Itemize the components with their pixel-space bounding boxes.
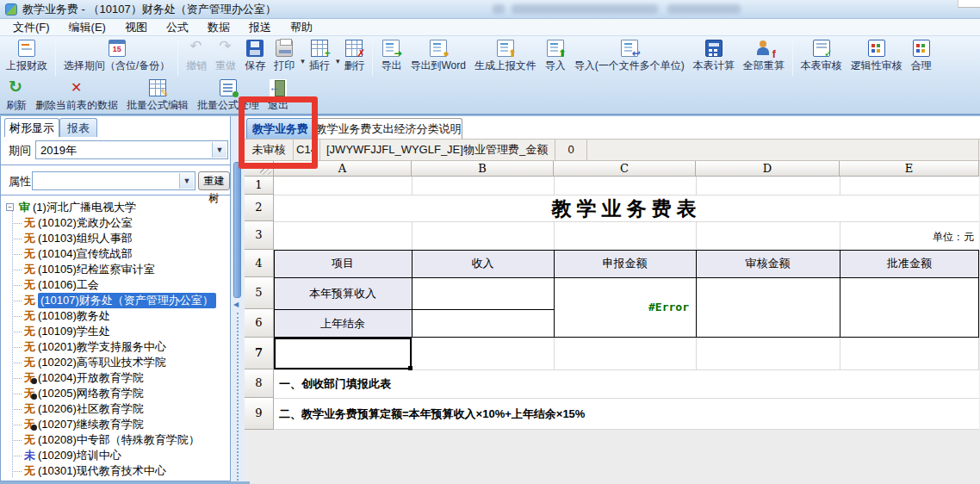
chevron-down-icon[interactable]: ▼ — [179, 173, 194, 189]
header-cell-0[interactable]: 项目 — [274, 250, 412, 277]
tree-item-label[interactable]: (10201)教学支持服务中心 — [38, 339, 166, 355]
menu-item-0[interactable]: 文件(F) — [3, 18, 59, 37]
toolbar-button-本表计算[interactable]: 本表计算 — [689, 39, 739, 74]
tree-item[interactable]: 无(10208)中专部（特殊教育学院） — [2, 432, 229, 448]
tree-item[interactable]: 无(10201)教学支持服务中心 — [2, 339, 229, 355]
toolbar-button-本表审核[interactable]: ✓本表审核 — [797, 39, 847, 74]
row-header-4[interactable]: 4 — [245, 250, 274, 277]
tree-item-label[interactable]: (10208)中专部（特殊教育学院） — [38, 432, 200, 448]
toolbar-button-逻辑性审核[interactable]: 逻辑性审核 — [847, 39, 907, 74]
tree-item-label[interactable]: (10103)组织人事部 — [38, 231, 133, 246]
toolbar-button-选择期间（含位/备份）[interactable]: 选择期间（含位/备份） — [59, 39, 174, 74]
toolbar-button-上报财政[interactable]: 上报财政 — [2, 39, 52, 74]
tree-item[interactable]: 无(10109)学生处 — [2, 324, 229, 339]
collapse-arrow-icon[interactable]: ◀ — [233, 301, 239, 308]
row-header-7[interactable]: 7 — [245, 338, 274, 369]
toolbar-button-删行[interactable]: ✗删行 — [339, 39, 369, 74]
tree-item[interactable]: 未(10209)培训中心 — [2, 448, 229, 463]
sidebar-tab-0[interactable]: 树形显示 — [4, 118, 59, 137]
tree-item-label[interactable]: (10209)培训中心 — [38, 448, 121, 463]
tree-item[interactable]: 无(10202)高等职业技术学院 — [2, 355, 229, 370]
column-header-D[interactable]: D — [696, 161, 840, 177]
tree-item-label[interactable]: (10108)教务处 — [38, 308, 110, 324]
toolbar-button-插行[interactable]: +插行 — [305, 39, 334, 74]
attribute-dropdown[interactable]: ▼ — [32, 171, 195, 190]
row-header-5[interactable]: 5 — [245, 277, 274, 309]
tree-item-label[interactable]: (10105)纪检监察审计室 — [38, 262, 155, 277]
toolbar-button-刷新[interactable]: 刷新 — [2, 78, 31, 112]
menu-item-3[interactable]: 公式 — [157, 18, 198, 37]
row-header-1[interactable]: 1 — [245, 177, 274, 195]
selected-cell[interactable] — [274, 338, 412, 369]
toolbar-button-导入[interactable]: ⬆导入 — [541, 39, 570, 74]
tree-item[interactable]: 无(10206)社区教育学院 — [2, 401, 229, 417]
tree-item[interactable]: 无(10104)宣传统战部 — [2, 246, 229, 262]
toolbar-button-打印[interactable]: 打印 — [270, 39, 299, 74]
tree-item-label[interactable]: (10102)党政办公室 — [38, 215, 133, 231]
tree-item[interactable]: 无(10302)数字化学习资源中心 — [2, 479, 229, 480]
tree-item-label[interactable]: (10107)财务处（资产管理办公室） — [38, 293, 216, 308]
toolbar-button-批量公式编辑[interactable]: ✎批量公式编辑 — [122, 78, 193, 112]
toolbar-button-全部重算[interactable]: f全部重算 — [739, 39, 789, 74]
tree-item[interactable]: −审(1)河北广播电视大学 — [2, 200, 229, 215]
rebuild-tree-button[interactable]: 重建树 — [198, 171, 230, 190]
tree-item-label[interactable]: (10205)网络教育学院 — [38, 386, 144, 401]
tree-item[interactable]: 无(10301)现代教育技术中心 — [2, 463, 229, 479]
tree-item-label[interactable]: (10204)开放教育学院 — [38, 370, 144, 386]
sheet-tab-1[interactable]: 教学业务费支出经济分类说明表 — [314, 118, 462, 139]
row-header-2[interactable]: 2 — [245, 195, 274, 221]
menu-item-4[interactable]: 数据 — [198, 18, 239, 37]
row-header-6[interactable]: 6 — [245, 309, 274, 338]
tree-item[interactable]: 无(10105)纪检监察审计室 — [2, 262, 229, 277]
tree-item-label[interactable]: (10207)继续教育学院 — [38, 417, 144, 432]
cell-a6[interactable]: 上年结余 — [274, 309, 412, 338]
header-cell-2[interactable]: 申报金额 — [554, 250, 696, 277]
tree-item[interactable]: 无(10103)组织人事部 — [2, 231, 229, 246]
tree-expander-icon[interactable]: − — [6, 203, 14, 211]
tree-item-label[interactable]: (10206)社区教育学院 — [38, 401, 144, 417]
menu-item-6[interactable]: 帮助 — [281, 18, 322, 37]
column-header-C[interactable]: C — [554, 161, 696, 177]
toolbar-button-生成上报文件[interactable]: ⬆生成上报文件 — [470, 39, 541, 74]
tree-item[interactable]: 无(10107)财务处（资产管理办公室） — [2, 293, 229, 308]
tree-item[interactable]: 无(10204)开放教育学院 — [2, 370, 229, 386]
tree-item[interactable]: 无(10102)党政办公室 — [2, 215, 229, 231]
toolbar-button-导入(一个文件多个单位)[interactable]: ↩导入(一个文件多个单位) — [570, 39, 689, 74]
toolbar-button-导出[interactable]: ➜导出 — [376, 39, 406, 74]
tree-item-label[interactable]: (10301)现代教育技术中心 — [38, 463, 166, 479]
cell-a5[interactable]: 本年预算收入 — [274, 277, 412, 309]
tree-item[interactable]: 无(10106)工会 — [2, 277, 229, 293]
tree-status-flag: 审 — [19, 200, 30, 215]
row-header-3[interactable]: 3 — [245, 221, 274, 250]
toolbar-button-合理[interactable]: 合理 — [907, 39, 936, 74]
tree-item-label[interactable]: (10106)工会 — [38, 277, 99, 293]
column-header-E[interactable]: E — [840, 161, 979, 177]
menu-item-1[interactable]: 编辑(E) — [59, 18, 115, 37]
tree-item[interactable]: 无(10108)教务处 — [2, 308, 229, 324]
tree-connector — [12, 223, 22, 224]
menu-item-5[interactable]: 报送 — [239, 18, 281, 37]
toolbar-button-保存[interactable]: 保存 — [240, 39, 270, 74]
tree-item-label[interactable]: (10202)高等职业技术学院 — [38, 355, 166, 370]
tree-item-label[interactable]: (10109)学生处 — [38, 324, 110, 339]
header-cell-4[interactable]: 批准金额 — [840, 250, 979, 277]
tree-item-label[interactable]: (1)河北广播电视大学 — [33, 200, 136, 215]
tree-item-label[interactable]: (10302)数字化学习资源中心 — [38, 479, 177, 480]
toolbar-button-删除当前表的数据[interactable]: 删除当前表的数据 — [31, 78, 122, 112]
tree-item[interactable]: 无(10207)继续教育学院 — [2, 417, 229, 432]
chevron-down-icon[interactable]: ▼ — [212, 142, 226, 158]
row-header-8[interactable]: 8 — [245, 369, 274, 398]
row-header-9[interactable]: 9 — [245, 398, 274, 430]
header-cell-1[interactable]: 收入 — [412, 250, 554, 277]
period-dropdown[interactable]: 2019年 ▼ — [35, 140, 228, 159]
menu-item-2[interactable]: 视图 — [115, 18, 157, 37]
tree-item-label[interactable]: (10104)宣传统战部 — [38, 246, 133, 262]
tree-scrollbar-thumb[interactable] — [233, 162, 241, 298]
sidebar-tab-1[interactable]: 报表 — [59, 118, 97, 137]
column-header-B[interactable]: B — [412, 161, 554, 177]
tree-item[interactable]: 无(10205)网络教育学院 — [2, 386, 229, 401]
toolbar-button-导出到Word[interactable]: ●导出到Word — [406, 39, 469, 74]
gridline — [696, 177, 697, 195]
panel-splitter[interactable]: ◀ — [231, 116, 245, 484]
header-cell-3[interactable]: 审核金额 — [696, 250, 840, 277]
